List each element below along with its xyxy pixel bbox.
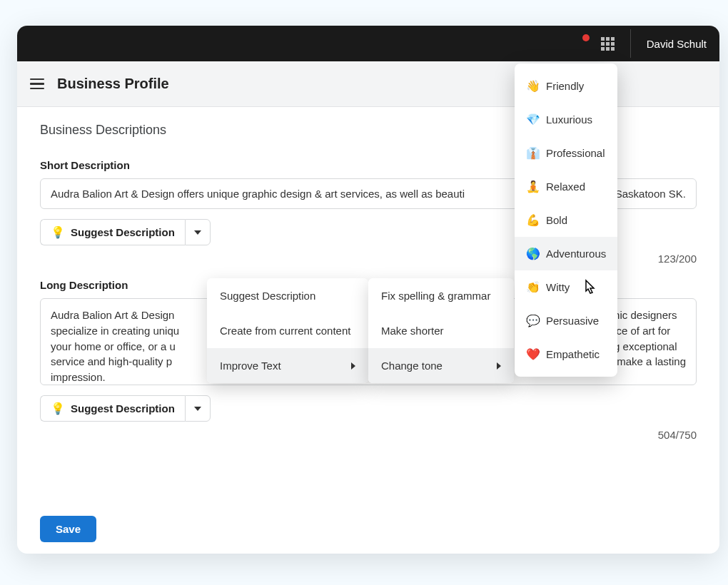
short-desc-text-left: Audra Balion Art & Design offers unique … bbox=[51, 188, 465, 200]
apps-grid-icon[interactable] bbox=[601, 37, 615, 51]
long-suggest-button[interactable]: 💡 Suggest Description bbox=[40, 395, 185, 422]
clap-icon: 👏 bbox=[526, 280, 539, 294]
tone-option-witty[interactable]: 👏 Witty bbox=[515, 270, 617, 304]
menu-item-improve-text[interactable]: Improve Text bbox=[207, 348, 368, 383]
chevron-down-icon bbox=[194, 407, 201, 411]
chevron-down-icon bbox=[194, 230, 201, 235]
save-button[interactable]: Save bbox=[40, 516, 96, 542]
long-suggest-row: 💡 Suggest Description bbox=[40, 395, 697, 422]
short-suggest-button[interactable]: 💡 Suggest Description bbox=[40, 219, 185, 245]
improve-text-submenu: Fix spelling & grammar Make shorter Chan… bbox=[368, 278, 514, 383]
tone-option-persuasive[interactable]: 💬 Persuasive bbox=[515, 304, 617, 337]
page-title: Business Profile bbox=[57, 76, 169, 92]
submenu-fix-spelling[interactable]: Fix spelling & grammar bbox=[368, 278, 514, 313]
menu-item-create-from-current[interactable]: Create from current content bbox=[207, 313, 368, 348]
short-suggest-dropdown-button[interactable] bbox=[185, 219, 211, 245]
top-bar: David Schult bbox=[17, 26, 719, 61]
short-desc-text-right: Saskatoon SK. bbox=[615, 188, 686, 200]
short-suggest-label: Suggest Description bbox=[71, 226, 175, 238]
hamburger-icon[interactable] bbox=[30, 78, 44, 90]
tone-option-bold[interactable]: 💪 Bold bbox=[515, 203, 617, 237]
suggest-dropdown-menu: Suggest Description Create from current … bbox=[207, 278, 368, 383]
wave-icon: 👋 bbox=[526, 79, 539, 93]
tone-option-friendly[interactable]: 👋 Friendly bbox=[515, 69, 617, 103]
suit-icon: 👔 bbox=[526, 146, 539, 160]
tone-option-empathetic[interactable]: ❤️ Empathetic bbox=[515, 337, 617, 371]
long-desc-right-fragments: phic designers iece of art for ng except… bbox=[608, 307, 686, 370]
globe-icon: 🌎 bbox=[526, 247, 539, 260]
relax-icon: 🧘 bbox=[526, 180, 539, 193]
flex-icon: 💪 bbox=[526, 213, 539, 227]
speech-icon: 💬 bbox=[526, 314, 539, 327]
chevron-right-icon bbox=[351, 362, 355, 370]
heart-icon: ❤️ bbox=[526, 347, 539, 361]
tone-option-relaxed[interactable]: 🧘 Relaxed bbox=[515, 170, 617, 203]
submenu-change-tone[interactable]: Change tone bbox=[368, 348, 514, 383]
tone-option-luxurious[interactable]: 💎 Luxurious bbox=[515, 103, 617, 136]
long-suggest-label: Suggest Description bbox=[71, 402, 175, 414]
notification-icon[interactable] bbox=[575, 39, 585, 49]
lightbulb-icon: 💡 bbox=[51, 225, 65, 239]
lightbulb-icon: 💡 bbox=[51, 402, 65, 415]
user-name[interactable]: David Schult bbox=[647, 38, 707, 50]
tone-option-adventurous[interactable]: 🌎 Adventurous bbox=[515, 237, 617, 270]
chevron-right-icon bbox=[497, 362, 501, 370]
menu-item-suggest-description[interactable]: Suggest Description bbox=[207, 278, 368, 313]
long-suggest-dropdown-button[interactable] bbox=[185, 395, 211, 422]
tone-submenu: 👋 Friendly 💎 Luxurious 👔 Professional 🧘 … bbox=[515, 63, 617, 377]
tone-option-professional[interactable]: 👔 Professional bbox=[515, 136, 617, 170]
long-description-counter: 504/750 bbox=[40, 429, 697, 441]
divider bbox=[630, 29, 631, 58]
submenu-make-shorter[interactable]: Make shorter bbox=[368, 313, 514, 348]
gem-icon: 💎 bbox=[526, 113, 539, 126]
app-window: David Schult Business Profile Business D… bbox=[17, 26, 719, 554]
